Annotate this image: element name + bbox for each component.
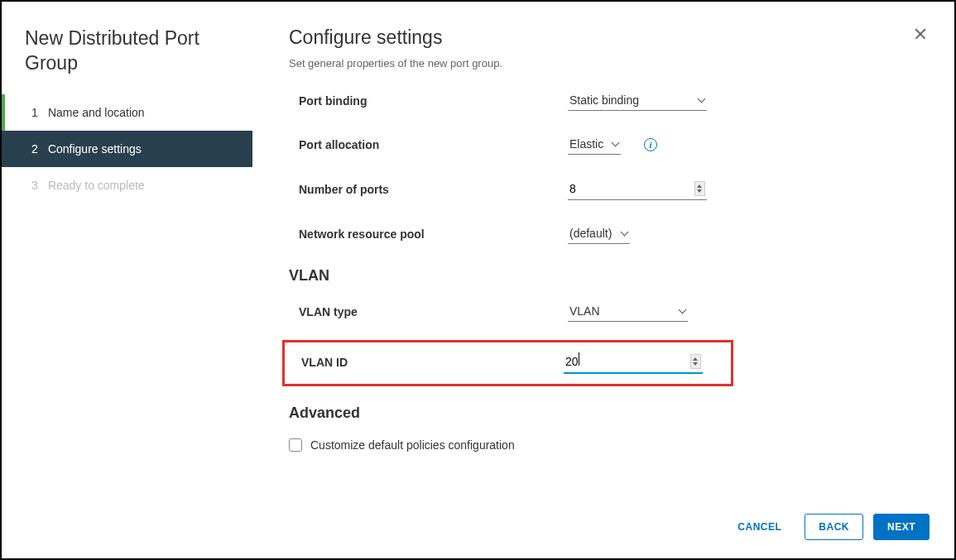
customize-policies-row: Customize default policies configuration [289,438,918,452]
step-ready-to-complete: 3 Ready to complete [2,167,252,203]
step-number: 2 [31,142,45,156]
wizard-sidebar: New Distributed Port Group 1 Name and lo… [2,2,252,558]
number-of-ports-label: Number of ports [299,183,568,196]
wizard-footer: CANCEL BACK NEXT [724,514,930,540]
step-label: Configure settings [48,142,142,156]
wizard-content: Configure settings Set general propertie… [252,2,954,558]
step-number: 1 [31,106,45,119]
network-resource-pool-label: Network resource pool [299,227,568,241]
page-title: Configure settings [289,26,918,49]
network-resource-pool-row: Network resource pool (default) [299,223,918,244]
vlan-id-highlight: VLAN ID [282,340,733,386]
network-resource-pool-value: (default) [569,227,612,240]
step-name-and-location[interactable]: 1 Name and location [2,94,252,131]
port-allocation-row: Port allocation Elastic i [299,134,918,155]
cancel-button[interactable]: CANCEL [724,515,795,539]
wizard-steps: 1 Name and location 2 Configure settings… [2,94,252,203]
number-of-ports-input[interactable] [568,178,707,200]
step-number: 3 [31,179,45,192]
advanced-section-header: Advanced [289,404,918,422]
vlan-type-label: VLAN type [299,305,568,318]
text-cursor-icon [579,352,579,366]
customize-policies-label: Customize default policies configuration [310,438,515,452]
chevron-down-icon [697,98,705,103]
network-resource-pool-select[interactable]: (default) [568,223,630,244]
vlan-id-input[interactable] [564,351,703,374]
vlan-id-label: VLAN ID [301,356,564,369]
vlan-section-header: VLAN [289,267,918,285]
general-section: Port binding Static binding Port allocat… [289,90,918,244]
port-binding-select[interactable]: Static binding [568,90,707,111]
chevron-down-icon [678,309,686,314]
number-stepper-icon[interactable] [690,354,701,369]
vlan-type-select[interactable]: VLAN [568,301,688,322]
vlan-section: VLAN type VLAN [289,301,918,322]
number-of-ports-row: Number of ports [299,178,918,200]
number-of-ports-field[interactable] [569,182,694,195]
step-configure-settings[interactable]: 2 Configure settings [2,131,252,167]
vlan-type-row: VLAN type VLAN [299,301,918,322]
back-button[interactable]: BACK [805,514,863,540]
port-allocation-value: Elastic [569,137,603,151]
port-binding-label: Port binding [299,94,568,108]
port-binding-value: Static binding [569,93,639,107]
step-label: Name and location [48,106,145,119]
page-subtitle: Set general properties of the new port g… [289,57,918,69]
port-allocation-label: Port allocation [299,138,568,151]
info-icon[interactable]: i [644,138,657,151]
vlan-type-value: VLAN [569,304,600,318]
next-button[interactable]: NEXT [873,514,930,540]
port-binding-row: Port binding Static binding [299,90,918,111]
number-stepper-icon[interactable] [694,181,705,196]
step-label: Ready to complete [48,179,145,192]
vlan-id-field[interactable] [565,355,690,368]
vlan-id-row: VLAN ID [301,351,724,374]
close-icon[interactable] [911,25,930,43]
port-allocation-select[interactable]: Elastic [568,134,621,155]
wizard-title: New Distributed Port Group [2,26,252,94]
wizard-dialog: New Distributed Port Group 1 Name and lo… [0,0,956,560]
customize-policies-checkbox[interactable] [289,438,302,452]
chevron-down-icon [611,141,619,146]
chevron-down-icon [620,231,628,236]
